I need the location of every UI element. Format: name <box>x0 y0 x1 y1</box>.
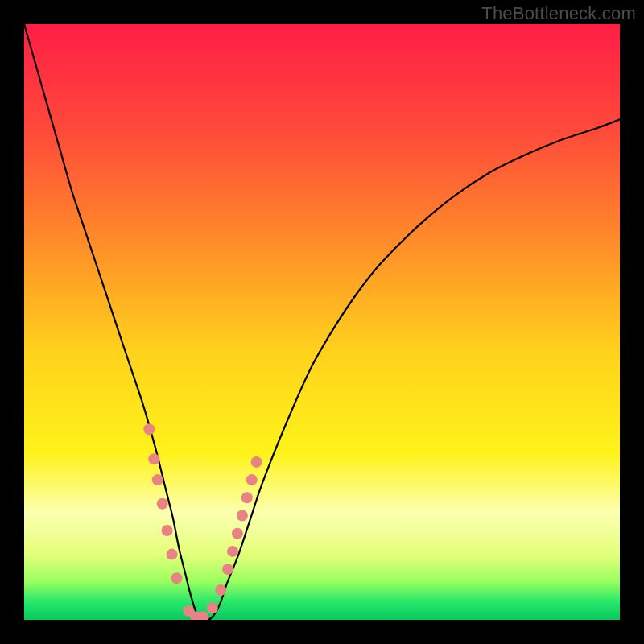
marker-point <box>171 572 182 584</box>
marker-point <box>242 492 253 503</box>
marker-point <box>232 528 243 539</box>
marker-point <box>162 525 173 536</box>
gradient-background <box>24 24 620 620</box>
marker-point <box>237 510 248 522</box>
plot-area <box>24 24 620 620</box>
marker-point <box>215 584 226 596</box>
marker-point <box>251 456 262 468</box>
marker-point <box>148 453 159 464</box>
marker-point <box>227 546 238 557</box>
marker-point <box>152 474 163 485</box>
marker-point <box>167 549 178 560</box>
chart-frame: TheBottleneck.com <box>0 0 644 644</box>
marker-point <box>222 564 233 575</box>
marker-point <box>157 498 168 510</box>
chart-svg <box>24 24 620 620</box>
marker-point <box>246 474 258 485</box>
marker-point <box>143 423 155 435</box>
marker-point <box>207 602 218 613</box>
watermark-text: TheBottleneck.com <box>481 3 636 24</box>
